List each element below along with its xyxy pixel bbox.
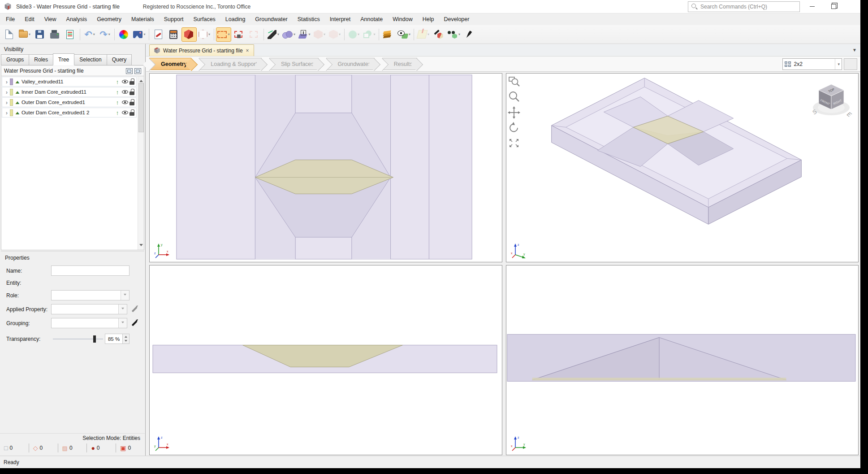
zoom-icon[interactable]: [508, 91, 520, 104]
visibility-eye-icon[interactable]: [122, 78, 128, 85]
menu-item[interactable]: Annotate: [355, 14, 388, 25]
menu-item[interactable]: Statistics: [293, 14, 325, 25]
tree-item[interactable]: › ▲ Inner Dam Core_extruded11 ↑: [2, 87, 137, 97]
document-tab[interactable]: Water Pressure Grid - starting file ×: [149, 44, 254, 56]
step-up-icon[interactable]: [123, 334, 129, 339]
viewport-canvas[interactable]: [150, 265, 502, 455]
chevron-down-icon[interactable]: [118, 304, 127, 314]
step-down-icon[interactable]: [123, 339, 129, 344]
menu-item[interactable]: Help: [418, 14, 439, 25]
minimize-button[interactable]: [802, 0, 822, 13]
viewport-layout-select[interactable]: 2x2 ▾: [782, 58, 842, 70]
pan-icon[interactable]: [508, 106, 520, 119]
menu-item[interactable]: Groundwater: [250, 14, 292, 25]
materials-button[interactable]: [381, 27, 396, 42]
viewport-3d-perspective[interactable]: TOP FRONT RIGHT S E z y x: [506, 73, 859, 262]
chevron-down-icon[interactable]: [118, 318, 127, 328]
menu-item[interactable]: Geometry: [92, 14, 126, 25]
tab-tree[interactable]: Tree: [53, 53, 74, 65]
extrude-button[interactable]: ▾: [312, 27, 327, 42]
shaded-view-button[interactable]: [181, 27, 197, 42]
edit-applied-property-icon[interactable]: [132, 306, 137, 312]
lock-icon[interactable]: [130, 99, 134, 105]
scroll-down-icon[interactable]: [139, 244, 143, 248]
menu-item[interactable]: View: [39, 14, 61, 25]
viewport-canvas[interactable]: [506, 74, 858, 262]
move-up-icon[interactable]: ↑: [114, 109, 121, 116]
chevron-down-icon[interactable]: [121, 291, 129, 300]
view-cube[interactable]: TOP FRONT RIGHT S E: [810, 81, 853, 120]
refresh-views-button[interactable]: [844, 58, 857, 70]
soft-selection-button[interactable]: ▾: [346, 27, 362, 42]
lock-icon[interactable]: [130, 109, 134, 116]
search-input[interactable]: [700, 4, 796, 10]
save-button[interactable]: [32, 27, 48, 42]
edit-geometry-button[interactable]: [431, 27, 446, 42]
menu-item[interactable]: Window: [388, 14, 417, 25]
workflow-tab-groundwater[interactable]: Groundwater: [326, 58, 375, 70]
expander-icon[interactable]: ›: [4, 89, 10, 95]
view-options-button[interactable]: ▾: [446, 27, 462, 42]
expander-icon[interactable]: ›: [4, 79, 10, 85]
visibility-eye-icon[interactable]: [122, 109, 128, 116]
selection-lock-button[interactable]: [231, 27, 246, 42]
open-file-button[interactable]: ▾: [17, 27, 32, 42]
clear-selection-button[interactable]: [246, 27, 262, 42]
annotate-pen-button[interactable]: [462, 27, 477, 42]
menu-item[interactable]: Materials: [126, 14, 159, 25]
applied-property-select[interactable]: [51, 304, 127, 314]
report-generator-button[interactable]: [63, 27, 78, 42]
move-up-icon[interactable]: ↑: [114, 78, 121, 85]
tab-query[interactable]: Query: [107, 54, 132, 65]
compute-button[interactable]: [166, 27, 181, 42]
grouping-select[interactable]: [51, 318, 127, 328]
tab-roles[interactable]: Roles: [29, 54, 53, 65]
menu-item[interactable]: Edit: [20, 14, 39, 25]
menu-item[interactable]: Surfaces: [189, 14, 220, 25]
color-wheel-button[interactable]: [117, 27, 132, 42]
edit-grouping-icon[interactable]: [132, 320, 137, 326]
role-select[interactable]: [51, 290, 130, 300]
measure-tool-button[interactable]: ▾: [266, 27, 281, 42]
close-tab-icon[interactable]: ×: [246, 48, 250, 54]
viewport-canvas[interactable]: [506, 265, 858, 455]
menu-item[interactable]: File: [1, 14, 20, 25]
viewport-top-plan[interactable]: y x z: [149, 73, 502, 262]
transparency-value[interactable]: 85 %: [105, 334, 123, 344]
tree-item[interactable]: › ▲ Outer Dam Core_extruded1 2 ↑: [2, 108, 137, 117]
move-up-icon[interactable]: ↑: [114, 99, 121, 106]
visibility-eye-icon[interactable]: [122, 89, 128, 95]
menu-item[interactable]: Developer: [439, 14, 474, 25]
lock-icon[interactable]: [130, 78, 134, 85]
scroll-up-icon[interactable]: [139, 78, 143, 82]
print-button[interactable]: [48, 27, 63, 42]
tab-selection[interactable]: Selection: [74, 54, 107, 65]
transform-button[interactable]: ▾: [327, 27, 342, 42]
tree-item[interactable]: › ▲ Outer Dam Core_extruded1 ↑: [2, 97, 137, 107]
import-geometry-button[interactable]: ▾: [297, 27, 312, 42]
restore-button[interactable]: [824, 0, 843, 13]
menu-item[interactable]: Support: [159, 14, 189, 25]
tree-item[interactable]: › ▲ Valley_extruded11 ↑: [2, 77, 137, 87]
transparency-slider[interactable]: [53, 339, 103, 339]
tree-scrollbar[interactable]: [138, 76, 144, 250]
workflow-tab-slip-surfaces[interactable]: Slip Surfaces: [269, 58, 319, 70]
maximize-view-icon[interactable]: [508, 136, 520, 148]
snapshot-button[interactable]: ▾: [132, 27, 147, 42]
scrollbar-thumb[interactable]: [138, 83, 144, 132]
viewport-canvas[interactable]: [150, 74, 502, 262]
expander-icon[interactable]: ›: [4, 110, 10, 116]
viewport-front-elevation[interactable]: z x y: [149, 265, 502, 455]
zoom-window-icon[interactable]: [508, 75, 520, 89]
name-field[interactable]: [51, 265, 130, 276]
expand-all-icon[interactable]: [126, 68, 133, 74]
tab-groups[interactable]: Groups: [1, 54, 29, 65]
workflow-tab-geometry[interactable]: Geometry: [149, 58, 191, 70]
tab-list-dropdown-icon[interactable]: ▼: [852, 48, 857, 52]
expander-icon[interactable]: ›: [4, 100, 10, 105]
menu-item[interactable]: Loading: [220, 14, 250, 25]
move-up-icon[interactable]: ↑: [114, 89, 121, 96]
transparency-stepper[interactable]: [123, 334, 130, 344]
workflow-tab-loading-support[interactable]: Loading & Support: [199, 58, 262, 70]
command-search[interactable]: [688, 1, 800, 12]
